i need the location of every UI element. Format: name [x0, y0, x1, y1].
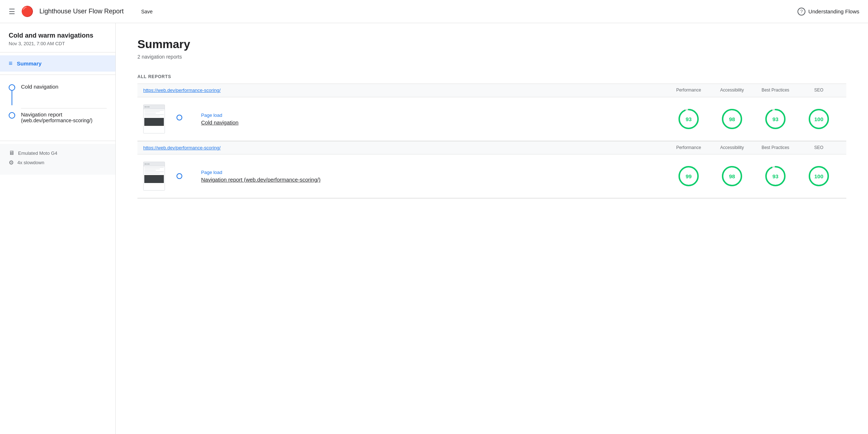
report-card-1: https://web.dev/performance-scoring/ Per… [137, 141, 846, 199]
thumbnail-top-bar [144, 105, 165, 109]
list-icon: ≡ [9, 60, 13, 67]
thumbnail-top-bar [144, 162, 165, 166]
report-url-0[interactable]: https://web.dev/performance-scoring/ [143, 88, 667, 93]
app-header: ☰ 🔴 Lighthouse User Flow Report Save ? U… [0, 0, 868, 23]
score-circle-wrap: 99 [667, 165, 710, 188]
score-circle: 98 [720, 107, 744, 131]
report-header-row-0: https://web.dev/performance-scoring/ Per… [137, 84, 846, 97]
timeline-dot-container-2 [9, 111, 15, 119]
score-circle: 93 [677, 107, 700, 131]
col-header: SEO [797, 145, 841, 151]
report-body-row-0: Page load Cold navigation 93 98 [137, 97, 846, 141]
report-header-row-1: https://web.dev/performance-scoring/ Per… [137, 141, 846, 155]
thumb-dot-1 [145, 106, 146, 107]
thumb-line-4 [144, 114, 164, 115]
thumbnail-body [144, 166, 165, 190]
thumb-line-5 [144, 116, 160, 116]
report-thumbnail [143, 162, 165, 191]
sidebar: Cold and warm navigations Nov 3, 2021, 7… [0, 23, 116, 434]
thumb-dot-3 [148, 163, 149, 165]
sidebar-item-cold-navigation[interactable]: Cold navigation [21, 84, 58, 90]
thumb-line-2 [144, 169, 160, 169]
report-scores-0: 93 98 93 [667, 107, 841, 131]
sidebar-divider-2 [0, 75, 115, 75]
report-card-0: https://web.dev/performance-scoring/ Per… [137, 84, 846, 141]
sidebar-item-nav-report[interactable]: Navigation report [21, 111, 93, 118]
header-left: ☰ 🔴 Lighthouse User Flow Report Save [9, 5, 156, 17]
report-thumbnail-area-1 [143, 162, 201, 191]
reports-container: https://web.dev/performance-scoring/ Per… [137, 84, 846, 199]
score-value: 93 [773, 173, 779, 179]
score-circle: 98 [720, 165, 744, 188]
timeline-dot-container-1 [9, 84, 15, 105]
thumb-dot-2 [146, 106, 148, 107]
timeline-dot-1 [9, 84, 15, 91]
app-layout: Cold and warm navigations Nov 3, 2021, 7… [0, 23, 868, 434]
score-value: 93 [686, 116, 692, 122]
tc-dot-0 [176, 115, 182, 120]
score-value: 100 [814, 173, 823, 179]
report-thumbnail [143, 105, 165, 133]
save-button[interactable]: Save [138, 7, 156, 17]
thumb-line-1 [144, 167, 164, 168]
timeline-line-1 [12, 91, 12, 105]
report-type-label-1: Page load [201, 170, 667, 175]
timeline-item-1: Cold navigation [9, 84, 107, 105]
score-circle-wrap: 93 [754, 107, 797, 131]
score-circle: 93 [764, 165, 787, 188]
sidebar-divider-3 [0, 141, 115, 141]
score-value: 93 [773, 116, 779, 122]
sidebar-timeline: Cold navigation Navigation report (web.d… [0, 78, 115, 138]
menu-icon[interactable]: ☰ [9, 7, 15, 16]
score-value: 98 [729, 173, 735, 179]
sidebar-item-summary[interactable]: ≡ Summary [0, 55, 115, 72]
timeline-connector-1 [176, 173, 182, 179]
sidebar-summary-label: Summary [17, 60, 42, 67]
report-col-headers-0: Performance Accessibility Best Practices… [667, 88, 841, 93]
thumb-line-2 [144, 111, 160, 112]
thumb-dark-block [144, 175, 164, 183]
project-name: Cold and warm navigations [0, 32, 115, 39]
cpu-icon: ⚙ [9, 159, 14, 166]
score-circle: 100 [807, 165, 830, 188]
thumb-dark-block [144, 118, 164, 126]
summary-title: Summary [137, 38, 846, 51]
report-name-0[interactable]: Cold navigation [201, 119, 238, 125]
thumb-dot-2 [146, 163, 148, 165]
score-circle-wrap: 93 [754, 165, 797, 188]
sidebar-divider-1 [0, 52, 115, 52]
main-content: Summary 2 navigation reports ALL REPORTS… [116, 23, 868, 434]
app-title: Lighthouse User Flow Report [39, 8, 124, 15]
col-header: Performance [667, 88, 710, 93]
report-info-0: Page load Cold navigation [201, 112, 667, 125]
project-date: Nov 3, 2021, 7:00 AM CDT [0, 41, 115, 46]
col-header: Best Practices [754, 145, 797, 151]
sidebar-item-nav-report-sub: (web.dev/performance-scoring/) [21, 118, 93, 123]
report-url-1[interactable]: https://web.dev/performance-scoring/ [143, 145, 667, 150]
tc-dot-1 [176, 173, 182, 179]
thumb-line-1 [144, 110, 164, 111]
understanding-flows-label: Understanding Flows [808, 8, 859, 14]
all-reports-label: ALL REPORTS [137, 74, 846, 79]
lighthouse-logo-icon: 🔴 [21, 5, 34, 17]
score-circle-wrap: 98 [710, 107, 754, 131]
report-scores-1: 99 98 93 [667, 165, 841, 188]
report-type-label-0: Page load [201, 112, 667, 118]
thumb-line-3 [144, 170, 156, 171]
report-divider-1 [137, 198, 846, 199]
score-circle: 99 [677, 165, 700, 188]
phone-icon: 🖥 [9, 150, 14, 156]
score-circle-wrap: 98 [710, 165, 754, 188]
thumbnail-body [144, 109, 165, 133]
report-name-1[interactable]: Navigation report (web.dev/performance-s… [201, 176, 320, 183]
score-value: 98 [729, 116, 735, 122]
score-value: 99 [686, 173, 692, 179]
thumb-line-3 [144, 113, 156, 114]
timeline-dot-2 [9, 112, 15, 119]
report-body-row-1: Page load Navigation report (web.dev/per… [137, 154, 846, 198]
understanding-flows-link[interactable]: ? Understanding Flows [797, 8, 859, 16]
device-phone-label: Emulated Moto G4 [18, 150, 57, 156]
summary-subtitle: 2 navigation reports [137, 54, 846, 60]
score-circle: 93 [764, 107, 787, 131]
col-header: SEO [797, 88, 841, 93]
